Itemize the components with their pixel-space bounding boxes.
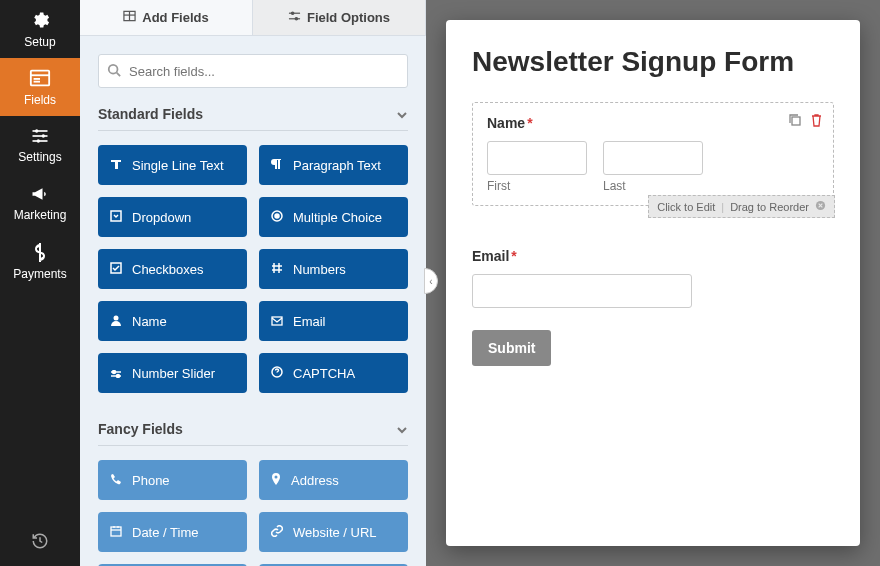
section-standard-head[interactable]: Standard Fields	[98, 106, 408, 131]
sidebar-item-setup[interactable]: Setup	[0, 0, 80, 58]
search-wrap	[98, 54, 408, 88]
svg-point-21	[275, 214, 279, 218]
sliders-icon	[288, 10, 301, 25]
radio-icon	[271, 210, 283, 225]
standard-fields-grid: Single Line Text Paragraph Text Dropdown…	[98, 145, 408, 393]
first-name-input[interactable]	[487, 141, 587, 175]
chevron-down-icon	[396, 106, 408, 122]
calendar-icon	[110, 525, 122, 540]
required-marker: *	[511, 248, 516, 264]
field-number-slider[interactable]: Number Slider	[98, 353, 247, 393]
fields-panel: Add Fields Field Options Standard Fields	[80, 0, 426, 566]
user-icon	[110, 314, 122, 329]
svg-point-16	[295, 18, 297, 20]
svg-rect-28	[272, 317, 282, 325]
field-label: Email	[293, 314, 326, 329]
field-label: Number Slider	[132, 366, 215, 381]
dollar-icon	[33, 242, 47, 267]
field-paragraph-text[interactable]: Paragraph Text	[259, 145, 408, 185]
history-button[interactable]	[0, 518, 80, 566]
sidebar-item-label: Marketing	[14, 208, 67, 222]
field-address[interactable]: Address	[259, 460, 408, 500]
tab-field-options[interactable]: Field Options	[253, 0, 426, 35]
form-field-name[interactable]: Name* First Last Click to Edit | Drag to…	[472, 102, 834, 206]
email-input[interactable]	[472, 274, 692, 308]
field-date-time[interactable]: Date / Time	[98, 512, 247, 552]
form-icon	[29, 68, 51, 93]
tab-add-fields[interactable]: Add Fields	[80, 0, 253, 35]
search-input[interactable]	[98, 54, 408, 88]
sliders-icon	[30, 127, 50, 150]
field-label: Checkboxes	[132, 262, 204, 277]
sidebar-item-payments[interactable]: Payments	[0, 232, 80, 290]
field-label: Date / Time	[132, 525, 198, 540]
svg-point-17	[109, 65, 118, 74]
svg-point-7	[42, 134, 45, 137]
field-label: Dropdown	[132, 210, 191, 225]
field-website-url[interactable]: Website / URL	[259, 512, 408, 552]
bullhorn-icon	[30, 185, 50, 208]
fancy-fields-grid: Phone Address Date / Time Website / URL …	[98, 460, 408, 566]
field-label: Numbers	[293, 262, 346, 277]
field-name[interactable]: Name	[98, 301, 247, 341]
field-single-line-text[interactable]: Single Line Text	[98, 145, 247, 185]
field-label: Website / URL	[293, 525, 377, 540]
svg-rect-39	[792, 117, 800, 125]
field-label: Name	[132, 314, 167, 329]
field-email[interactable]: Email	[259, 301, 408, 341]
sidebar-item-label: Fields	[24, 93, 56, 107]
sidebar-item-label: Settings	[18, 150, 61, 164]
field-multiple-choice[interactable]: Multiple Choice	[259, 197, 408, 237]
svg-rect-34	[111, 527, 121, 536]
sidebar-item-settings[interactable]: Settings	[0, 116, 80, 174]
field-label: Paragraph Text	[293, 158, 381, 173]
field-label: Address	[291, 473, 339, 488]
tab-label: Add Fields	[142, 10, 208, 25]
field-label: Phone	[132, 473, 170, 488]
duplicate-icon[interactable]	[788, 113, 802, 131]
sidebar-item-marketing[interactable]: Marketing	[0, 174, 80, 232]
field-captcha[interactable]: CAPTCHA	[259, 353, 408, 393]
paragraph-icon	[271, 158, 283, 173]
svg-point-5	[35, 129, 38, 132]
field-phone[interactable]: Phone	[98, 460, 247, 500]
close-icon[interactable]	[815, 200, 826, 213]
svg-point-32	[117, 374, 120, 377]
sidebar-item-label: Payments	[13, 267, 66, 281]
field-numbers[interactable]: Numbers	[259, 249, 408, 289]
svg-line-18	[117, 73, 121, 77]
chevron-left-icon: ‹	[429, 276, 432, 287]
sublabel-last: Last	[603, 179, 703, 193]
form-title[interactable]: Newsletter Signup Form	[472, 46, 834, 78]
caret-down-icon	[110, 210, 122, 225]
main-sidebar: Setup Fields Settings Marketing Payments	[0, 0, 80, 566]
svg-point-9	[37, 139, 40, 142]
field-dropdown[interactable]: Dropdown	[98, 197, 247, 237]
form-field-email[interactable]: Email*	[472, 228, 834, 308]
panel-tabs: Add Fields Field Options	[80, 0, 426, 36]
submit-button[interactable]: Submit	[472, 330, 551, 366]
field-checkboxes[interactable]: Checkboxes	[98, 249, 247, 289]
field-label: Email*	[472, 248, 834, 264]
field-label: Multiple Choice	[293, 210, 382, 225]
history-icon	[31, 532, 49, 553]
canvas-wrap: Newsletter Signup Form Name* First	[426, 0, 880, 566]
sidebar-item-fields[interactable]: Fields	[0, 58, 80, 116]
svg-point-14	[291, 12, 293, 14]
section-fancy-head[interactable]: Fancy Fields	[98, 421, 408, 446]
sidebar-item-label: Setup	[24, 35, 55, 49]
field-label: CAPTCHA	[293, 366, 355, 381]
field-hint: Click to Edit | Drag to Reorder	[648, 195, 835, 218]
svg-point-27	[114, 315, 119, 320]
slider-icon	[110, 366, 122, 381]
field-label: Name*	[487, 115, 819, 131]
required-marker: *	[527, 115, 532, 131]
link-icon	[271, 525, 283, 540]
trash-icon[interactable]	[810, 113, 823, 131]
envelope-icon	[271, 314, 283, 329]
grid-icon	[123, 10, 136, 25]
phone-icon	[110, 473, 122, 488]
form-canvas: Newsletter Signup Form Name* First	[446, 20, 860, 546]
last-name-input[interactable]	[603, 141, 703, 175]
field-label: Single Line Text	[132, 158, 224, 173]
